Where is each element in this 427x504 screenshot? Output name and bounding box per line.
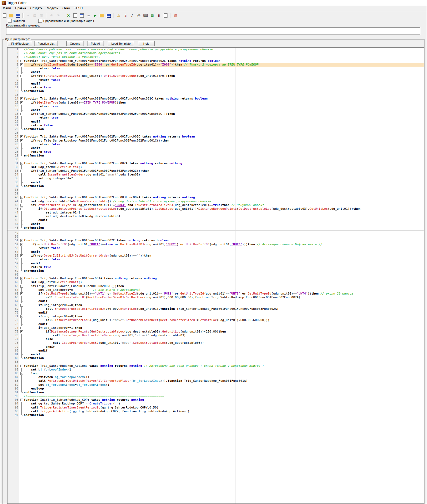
code-line[interactable]: 84function Trig_SahterRudokop_Actions ta… [7,364,424,368]
code-line[interactable]: 90 endloop [7,387,424,391]
line-number[interactable]: 2 [7,51,20,55]
line-number[interactable]: 66 [7,296,20,299]
code-line[interactable]: 20 endif [7,120,424,124]
options-button[interactable]: Options [66,41,83,46]
code-line[interactable]: 93function InitTrig_SahterRudokop_COPY t… [7,398,424,402]
code-line[interactable]: 36 endif [7,181,424,184]
code-line[interactable]: 51function Trig_SahterRudokop_Func001Fun… [7,239,424,242]
line-number[interactable]: 9 [7,78,20,82]
line-number[interactable]: 68 [7,303,20,307]
code-line[interactable]: 35 set udg_integer01=2 [7,177,424,180]
line-number[interactable]: 41 [7,200,20,203]
code-line[interactable]: 72 call IssuePointOrderLocBJ(udg_unit01,… [7,318,424,322]
code-line[interactable]: 56 return false [7,258,424,261]
line-number[interactable]: 88 [7,379,20,383]
line-number[interactable]: 78 [7,341,20,345]
line-number[interactable]: 27 [7,146,20,150]
code-line[interactable]: 29endfunction [7,154,424,158]
line-number[interactable]: 95 [7,406,20,410]
line-number[interactable]: 57 [7,262,20,265]
code-line[interactable]: 7 endif [7,70,424,74]
line-number[interactable]: 25 [7,139,20,143]
code-line[interactable]: 19 return true [7,116,424,120]
code-line[interactable]: 70 endif [7,311,424,315]
code-line[interactable]: 11 return true [7,86,424,89]
code-line[interactable]: 13 [7,93,424,97]
line-number[interactable]: 34 [7,173,20,177]
code-line[interactable]: 82endfunction [7,356,424,360]
fold-toggle-icon[interactable] [20,97,24,101]
code-line[interactable]: 83 [7,360,424,364]
line-number[interactable]: 91 [7,391,20,394]
code-line[interactable]: 15 if((GetItemType(udg_item01)==ITEM_TYP… [7,101,424,105]
line-number[interactable]: 74 [7,326,20,330]
line-number[interactable]: 62 [7,280,20,284]
function-list-icon[interactable]: ≡ [85,12,92,19]
line-number[interactable]: 14 [7,97,20,101]
line-number[interactable]: 6 [7,67,20,70]
code-line[interactable]: 55 if(not(OrderId2StringBJ(GetUnitCurren… [7,254,424,258]
code-line[interactable]: 54 endif [7,250,424,254]
line-number[interactable]: 76 [7,334,20,337]
sound-icon[interactable]: ♪ [129,12,135,19]
code-line[interactable]: 78 call IssuePointOrderLocBJ(udg_unit01,… [7,341,424,345]
line-number[interactable]: 85 [7,368,20,372]
code-line[interactable]: 47 endif [7,222,424,226]
line-number[interactable]: 30 [7,158,20,161]
line-number[interactable]: 5 [7,63,20,67]
fold-toggle-icon[interactable] [20,239,24,242]
menu-tesh[interactable]: TESH [72,6,85,11]
code-line[interactable]: 77 else [7,337,424,341]
fold-toggle-icon[interactable] [20,243,24,246]
database-icon[interactable]: ▮ [156,12,162,19]
menu-file[interactable]: Файл [1,6,13,11]
line-number[interactable]: 19 [7,116,20,120]
line-number[interactable]: 36 [7,181,20,184]
code-line[interactable]: 26 return false [7,143,424,146]
code-line[interactable]: 67 endif [7,299,424,303]
line-number[interactable]: 54 [7,250,20,254]
run-script-icon[interactable]: ▶ [92,12,98,19]
line-number[interactable]: 87 [7,375,20,379]
export-script-icon[interactable]: X [65,12,72,19]
line-number[interactable]: 92 [7,394,20,398]
menu-edit[interactable]: Правка [13,6,28,11]
code-line[interactable]: 42 if(GetDestructableTypeId(udg_destruct… [7,203,424,207]
fold-toggle-icon[interactable] [20,303,24,307]
fold-toggle-icon[interactable] [20,59,24,63]
line-number[interactable]: 90 [7,387,20,391]
line-number[interactable]: 72 [7,318,20,322]
code-line[interactable]: 86 loop [7,372,424,375]
line-number[interactable]: 94 [7,402,20,406]
line-number[interactable]: 73 [7,322,20,326]
code-line[interactable]: 23 [7,131,424,135]
line-number[interactable]: 96 [7,410,20,413]
line-number[interactable]: 35 [7,177,20,180]
line-number[interactable]: 47 [7,222,20,226]
line-number[interactable]: 26 [7,143,20,146]
line-number[interactable]: 22 [7,127,20,131]
line-number[interactable]: 71 [7,315,20,318]
fold-toggle-icon[interactable] [20,112,24,116]
new-script-icon[interactable] [72,12,78,19]
line-number[interactable]: 60 [7,273,20,277]
help-button[interactable]: Help [138,41,155,46]
code-line[interactable]: 63 if(Trig_SahterRudokop_Func001Func001F… [7,284,424,288]
line-number[interactable]: 61 [7,277,20,280]
line-number[interactable]: 24 [7,135,20,139]
code-line[interactable]: 66 call EnumItemsInRectBJ(RectFromCenter… [7,296,424,299]
line-number[interactable]: 11 [7,86,20,89]
line-number[interactable]: 23 [7,131,20,135]
code-line[interactable]: 12endfunction [7,89,424,93]
fold-toggle-icon[interactable] [20,203,24,207]
code-line[interactable]: 61function Trig_SahterRudokop_Func001Fun… [7,277,424,280]
line-number[interactable]: 16 [7,105,20,108]
line-number[interactable]: 64 [7,288,20,292]
fold-toggle-icon[interactable] [20,162,24,165]
code-line[interactable]: 79 endif [7,345,424,349]
code-line[interactable]: 37endfunction [7,184,424,188]
code-line[interactable]: 91endfunction [7,391,424,394]
fold-toggle-icon[interactable] [20,207,24,211]
fold-toggle-icon[interactable] [20,169,24,173]
code-line[interactable]: 32 set udg_item01=GetEnumItem() [7,165,424,169]
